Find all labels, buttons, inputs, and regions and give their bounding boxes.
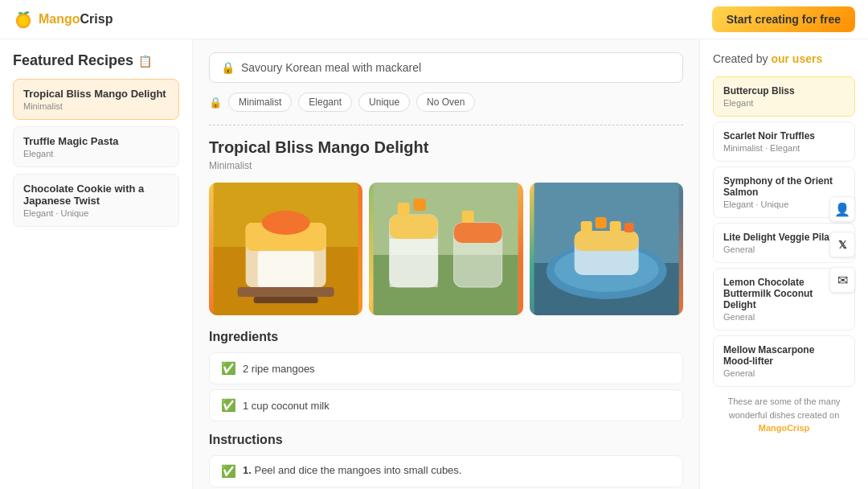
svg-rect-28: [609, 221, 620, 232]
twitter-float-icon[interactable]: 𝕏: [829, 232, 855, 257]
svg-rect-14: [390, 239, 438, 287]
check-icon-instr-1: ✅: [221, 464, 236, 479]
created-header: Created by our users: [713, 52, 855, 65]
tags-row: 🔒 Minimalist Elegant Unique No Oven: [209, 92, 683, 112]
svg-rect-27: [595, 217, 606, 228]
tag-unique[interactable]: Unique: [358, 92, 410, 112]
user-recipe-2[interactable]: Scarlet Noir Truffles Minimalist · Elega…: [713, 121, 855, 162]
cta-button[interactable]: Start creating for free: [712, 6, 855, 32]
svg-rect-7: [258, 251, 314, 287]
search-input[interactable]: [241, 61, 671, 74]
svg-rect-18: [414, 199, 426, 211]
svg-point-6: [262, 211, 310, 235]
user-recipe-1[interactable]: Buttercup Bliss Elegant: [713, 76, 855, 117]
svg-point-1: [18, 15, 29, 26]
svg-rect-19: [462, 211, 474, 223]
recipe-image-2: [369, 183, 522, 315]
ingredients-heading: Ingredients: [209, 330, 683, 344]
lock-icon: 🔒: [221, 61, 235, 74]
user-recipe-6[interactable]: Mellow Mascarpone Mood-lifter General: [713, 335, 855, 387]
sidebar-title-icon: 📋: [138, 55, 152, 68]
user-float-icon[interactable]: 👤: [829, 196, 855, 222]
check-icon-1: ✅: [221, 361, 236, 376]
main-content: 🔒 🔒 Minimalist Elegant Unique No Oven Tr…: [193, 39, 699, 489]
recipe-images: [209, 183, 683, 315]
svg-rect-9: [254, 297, 318, 303]
recipe-image-svg-2: [369, 183, 522, 315]
ingredient-1: ✅ 2 ripe mangoes: [209, 352, 683, 384]
recipe-title: Tropical Bliss Mango Delight: [209, 138, 683, 157]
divider: [209, 125, 683, 125]
svg-rect-17: [398, 203, 410, 215]
svg-rect-8: [238, 287, 334, 297]
floating-icons: 👤 𝕏 ✉: [829, 196, 855, 293]
logo: MangoCrisp: [13, 9, 113, 30]
email-float-icon[interactable]: ✉: [829, 267, 855, 293]
logo-text: MangoCrisp: [39, 12, 113, 27]
svg-rect-13: [390, 215, 438, 239]
sidebar-recipe-1[interactable]: Tropical Bliss Mango Delight Minimalist: [13, 79, 179, 120]
recipe-image-svg-3: [530, 183, 683, 315]
search-bar: 🔒: [209, 52, 683, 83]
footer-note: These are some of the many wonderful dis…: [713, 395, 855, 435]
svg-rect-16: [454, 223, 502, 243]
ingredient-2: ✅ 1 cup coconut milk: [209, 389, 683, 421]
instructions-heading: Instructions: [209, 433, 683, 447]
recipe-tag: Minimalist: [209, 160, 683, 171]
tag-elegant[interactable]: Elegant: [298, 92, 352, 112]
sidebar-recipe-3[interactable]: Chocolate Cookie with a Japanese Twist E…: [13, 174, 179, 227]
tag-no-oven[interactable]: No Oven: [416, 92, 475, 112]
recipe-image-3: [530, 183, 683, 315]
check-icon-2: ✅: [221, 398, 236, 413]
sidebar: Featured Recipes 📋 Tropical Bliss Mango …: [0, 39, 193, 489]
top-bar: MangoCrisp Start creating for free: [0, 0, 868, 39]
tag-minimalist[interactable]: Minimalist: [228, 92, 292, 112]
svg-rect-26: [580, 221, 592, 232]
mango-logo-icon: [13, 9, 34, 30]
sidebar-recipe-2[interactable]: Truffle Magic Pasta Elegant: [13, 126, 179, 167]
svg-rect-29: [624, 223, 633, 232]
sidebar-title: Featured Recipes 📋: [13, 52, 179, 69]
recipe-image-svg-1: [209, 183, 362, 315]
instruction-1: ✅ 1. Peel and dice the mangoes into smal…: [209, 455, 683, 487]
recipe-image-1: [209, 183, 362, 315]
tags-lock-icon: 🔒: [209, 97, 222, 109]
svg-rect-25: [574, 231, 638, 251]
